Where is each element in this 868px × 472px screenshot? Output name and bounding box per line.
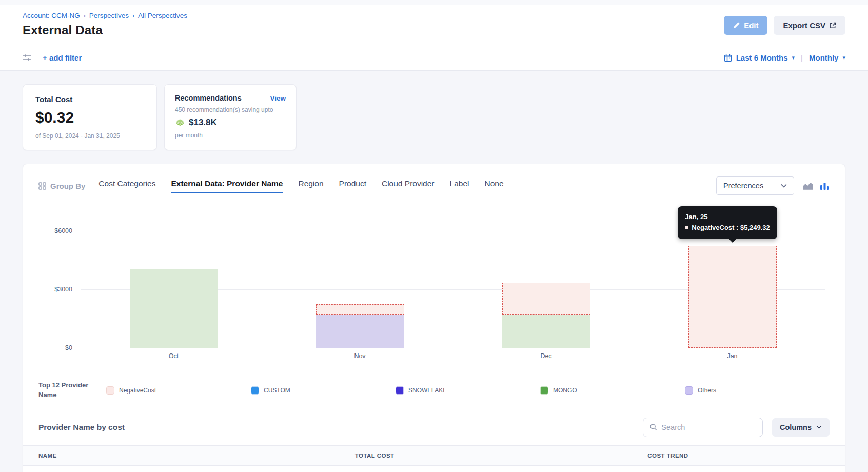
legend-swatch (685, 386, 693, 395)
legend-item[interactable]: NegativeCost (106, 386, 251, 395)
page-title: External Data (23, 23, 187, 37)
gridline (81, 348, 825, 348)
group-by-tab[interactable]: None (484, 179, 503, 193)
column-header[interactable]: TOTAL COST (355, 453, 648, 459)
grid-icon (38, 182, 46, 190)
table-search[interactable] (643, 418, 763, 437)
search-input[interactable] (661, 423, 756, 431)
search-icon (650, 423, 657, 431)
chevron-down-icon (816, 425, 822, 429)
tooltip-title: Jan, 25 (685, 211, 770, 222)
legend-item[interactable]: SNOWFLAKE (396, 386, 540, 395)
bar-segment-negativecost[interactable] (688, 246, 777, 348)
bar-segment-mongo[interactable] (130, 269, 218, 348)
legend-label: SNOWFLAKE (408, 387, 447, 394)
x-axis-label: Nov (267, 352, 453, 360)
pencil-icon (733, 22, 740, 29)
table-row[interactable]: CUSTOM$0.32▲NA% (23, 466, 845, 472)
granularity-dropdown[interactable]: Monthly (809, 53, 839, 62)
group-by-label: Group By (38, 182, 85, 190)
legend-swatch (540, 386, 548, 395)
table-title: Provider Name by cost (38, 423, 125, 432)
y-axis-tick: $3000 (38, 286, 72, 293)
bar-segment-negativecost[interactable] (316, 304, 404, 315)
y-axis-tick: $0 (38, 344, 72, 351)
calendar-icon (724, 54, 732, 62)
area-chart-icon[interactable] (802, 182, 814, 190)
edit-button[interactable]: Edit (724, 16, 767, 35)
legend-item[interactable]: MONGO (540, 386, 685, 395)
legend-title: Top 12 Provider Name (38, 381, 106, 400)
viewport-top-edge (0, 0, 868, 5)
breadcrumb: Account: CCM-NG›Perspectives›All Perspec… (23, 12, 187, 19)
x-axis-label: Dec (453, 352, 639, 360)
bar-slot: Oct (81, 214, 267, 348)
money-stack-icon (175, 119, 185, 127)
bar-chart-icon[interactable] (820, 182, 830, 190)
column-header[interactable]: COST TREND (647, 453, 830, 459)
recommendations-view-link[interactable]: View (270, 94, 286, 102)
recommendations-card: Recommendations View 450 recommendation(… (164, 84, 297, 150)
group-by-tab[interactable]: Cloud Provider (382, 179, 435, 193)
bar-segment-negativecost[interactable] (502, 283, 590, 315)
preferences-dropdown[interactable]: Preferences (716, 176, 794, 195)
legend-label: Others (698, 387, 716, 394)
page-header: Account: CCM-NG›Perspectives›All Perspec… (0, 5, 868, 45)
chevron-down-icon[interactable]: ▾ (842, 55, 845, 61)
group-by-tab[interactable]: External Data: Provider Name (171, 179, 283, 193)
group-by-tab[interactable]: Label (450, 179, 469, 193)
legend-swatch (396, 386, 404, 395)
total-cost-value: $0.32 (35, 109, 144, 126)
external-link-icon (830, 22, 836, 29)
breadcrumb-separator: › (132, 12, 134, 19)
group-by-tabs: Cost CategoriesExternal Data: Provider N… (98, 179, 716, 193)
total-cost-card: Total Cost $0.32 of Sep 01, 2024 - Jan 3… (23, 84, 157, 150)
cost-bar-chart: Jan, 25 NegativeCost : $5,249.32 $6000$3… (38, 214, 830, 372)
total-cost-label: Total Cost (35, 95, 144, 104)
breadcrumb-link[interactable]: Account: CCM-NG (23, 12, 80, 19)
chevron-down-icon (781, 184, 787, 188)
recommendations-subtitle: 450 recommendation(s) saving upto (175, 106, 286, 113)
filter-panel-icon[interactable] (23, 54, 31, 62)
breadcrumb-link[interactable]: All Perspectives (138, 12, 187, 19)
group-by-tab[interactable]: Cost Categories (98, 179, 155, 193)
add-filter-button[interactable]: + add filter (43, 53, 82, 62)
legend-swatch (106, 386, 114, 395)
chart-tooltip: Jan, 25 NegativeCost : $5,249.32 (678, 206, 777, 239)
breadcrumb-separator: › (84, 12, 86, 19)
tooltip-swatch (685, 226, 688, 229)
breadcrumb-link[interactable]: Perspectives (89, 12, 129, 19)
x-axis-label: Oct (81, 352, 267, 360)
group-by-tab[interactable]: Product (339, 179, 366, 193)
legend-item[interactable]: Others (685, 386, 830, 395)
legend-swatch (251, 386, 259, 395)
bar-segment-mongo[interactable] (502, 315, 590, 348)
legend-label: MONGO (553, 387, 577, 394)
provider-cost-table: NAMETOTAL COSTCOST TREND CUSTOM$0.32▲NA% (23, 445, 845, 472)
group-by-tab[interactable]: Region (298, 179, 323, 193)
tooltip-series-value: NegativeCost : $5,249.32 (685, 222, 770, 233)
column-header[interactable]: NAME (38, 453, 355, 459)
legend-label: NegativeCost (119, 387, 156, 394)
legend-item[interactable]: CUSTOM (251, 386, 396, 395)
perspective-main-card: Group By Cost CategoriesExternal Data: P… (23, 164, 845, 472)
filter-bar: + add filter Last 6 Months ▾ | Monthly ▾ (0, 45, 868, 71)
recommendations-label: Recommendations (175, 94, 242, 102)
date-range-dropdown[interactable]: Last 6 Months (736, 53, 788, 62)
bar-slot: Dec (453, 214, 639, 348)
total-cost-period: of Sep 01, 2024 - Jan 31, 2025 (35, 132, 144, 140)
divider: | (799, 53, 805, 62)
chart-legend: Top 12 Provider Name NegativeCostCUSTOMS… (38, 375, 830, 410)
x-axis-label: Jan (639, 352, 825, 360)
export-csv-button[interactable]: Export CSV (774, 16, 845, 35)
columns-button[interactable]: Columns (772, 418, 830, 437)
y-axis-tick: $6000 (38, 227, 72, 234)
bar-segment-snowflake[interactable] (316, 315, 404, 348)
recommendations-per-month: per month (175, 132, 286, 139)
recommendations-savings: $13.8K (189, 117, 217, 128)
bar-slot: Nov (267, 214, 453, 348)
legend-label: CUSTOM (264, 387, 290, 394)
table-header-row: NAMETOTAL COSTCOST TREND (23, 445, 845, 466)
chevron-down-icon[interactable]: ▾ (792, 55, 795, 61)
